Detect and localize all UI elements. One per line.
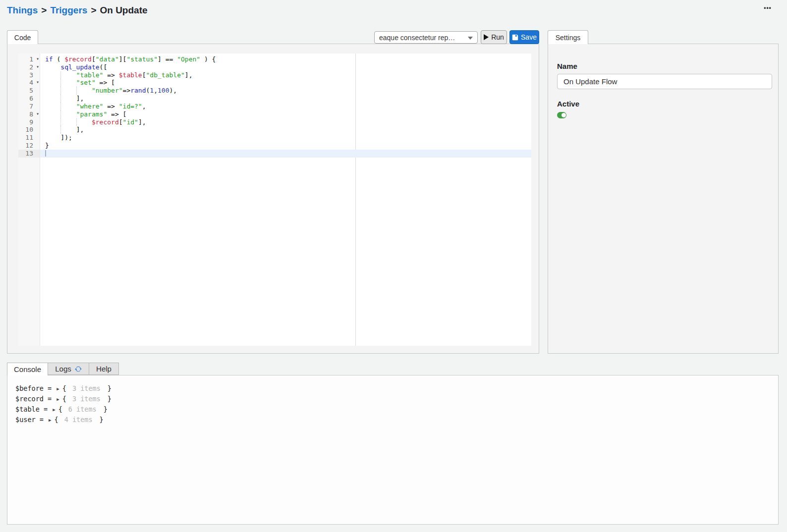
line-number: 13 <box>18 150 40 158</box>
brace-close: } <box>100 416 104 424</box>
code-line-8[interactable]: "params" => [ <box>40 110 531 118</box>
tab-help[interactable]: Help <box>89 363 119 375</box>
run-button[interactable]: Run <box>481 30 507 44</box>
play-icon <box>484 34 489 40</box>
code-line-13[interactable] <box>40 150 531 158</box>
token-kw: if <box>45 55 53 63</box>
line-number: 9 <box>18 118 40 126</box>
code-line-5[interactable]: "number"=>rand(1,100), <box>40 87 531 95</box>
token-pl: => <box>123 87 131 94</box>
token-pl: ], <box>76 95 84 102</box>
code-line-1[interactable]: if ( $record["data"]["status"] == "Open"… <box>40 55 531 63</box>
fold-arrow-icon[interactable]: ▾ <box>36 63 39 71</box>
tab-logs[interactable]: Logs <box>48 363 89 375</box>
code-line-10[interactable]: ], <box>40 126 531 134</box>
brace-close: } <box>108 395 112 403</box>
console-var-table: $table = ▶{6 items} <box>15 404 778 415</box>
toggle-knob <box>562 113 566 117</box>
expand-triangle-icon[interactable]: ▶ <box>48 415 54 426</box>
token-str: "id=?" <box>119 103 142 110</box>
expand-triangle-icon[interactable]: ▶ <box>56 384 62 394</box>
breadcrumb-things-link[interactable]: Things <box>7 5 38 15</box>
tab-settings[interactable]: Settings <box>548 30 588 44</box>
gutter-line-10: 10 <box>18 126 40 134</box>
token-var: $record <box>64 55 92 63</box>
tab-console[interactable]: Console <box>7 363 48 375</box>
token-pl: ], <box>138 118 146 126</box>
token-pl: [ <box>92 55 96 63</box>
gutter-line-9: 9 <box>18 118 40 126</box>
indent-guide <box>45 110 60 118</box>
expand-triangle-icon[interactable]: ▶ <box>56 394 62 405</box>
token-str: "Open" <box>177 55 200 63</box>
equals-sign: = <box>48 384 52 392</box>
gutter-line-1: 1▾ <box>18 55 40 63</box>
code-editor[interactable]: 1▾2▾34▾5678▾910111213 if ( $record["data… <box>18 53 531 346</box>
token-str: "params" <box>76 110 108 118</box>
token-pl: => [ <box>107 110 126 118</box>
tab-logs-label: Logs <box>55 365 71 373</box>
flow-select[interactable]: eaque consectetur rep… <box>374 31 478 44</box>
save-button[interactable]: Save <box>509 30 539 44</box>
name-input[interactable]: On Update Flow <box>557 74 772 89</box>
gutter-line-8: 8▾ <box>18 110 40 118</box>
indent-guide <box>45 103 60 110</box>
breadcrumb-separator: > <box>38 5 50 15</box>
fold-arrow-icon[interactable]: ▾ <box>36 110 39 118</box>
token-fn: rand <box>130 87 146 94</box>
expand-triangle-icon[interactable]: ▶ <box>52 405 58 415</box>
fold-arrow-icon[interactable]: ▾ <box>36 55 39 63</box>
breadcrumb-triggers-link[interactable]: Triggers <box>50 5 87 15</box>
token-pl: ]); <box>60 134 72 141</box>
token-fn: sql_update <box>60 63 99 71</box>
token-pl: [ <box>119 118 123 126</box>
item-count: 3 items <box>66 384 108 392</box>
token-str: "id" <box>123 118 138 126</box>
refresh-icon <box>75 366 82 372</box>
active-toggle[interactable] <box>557 112 566 118</box>
line-number: 5 <box>18 87 40 95</box>
line-number: 6 <box>18 95 40 103</box>
var-name: $user <box>15 416 36 424</box>
code-line-11[interactable]: ]); <box>40 134 531 142</box>
code-line-7[interactable]: "where" => "id=?", <box>40 103 531 110</box>
code-line-3[interactable]: "table" => $table["db_table"], <box>40 71 531 79</box>
indent-guide <box>45 95 60 103</box>
tab-code-label: Code <box>14 34 31 42</box>
item-count: 3 items <box>66 395 108 403</box>
var-name: $before <box>15 384 44 392</box>
token-pl: ][ <box>119 55 127 63</box>
code-line-6[interactable]: ], <box>40 95 531 103</box>
name-label: Name <box>557 62 769 70</box>
tab-console-label: Console <box>14 365 41 373</box>
tab-settings-label: Settings <box>556 34 581 42</box>
token-str: "status" <box>126 55 158 63</box>
token-pl: ] == <box>158 55 177 63</box>
token-pl: ], <box>185 71 193 79</box>
token-str: "db_table" <box>146 71 185 79</box>
code-line-12[interactable]: } <box>40 142 531 150</box>
editor-content[interactable]: if ( $record["data"]["status"] == "Open"… <box>40 53 531 346</box>
tab-code[interactable]: Code <box>7 30 38 44</box>
token-str: "table" <box>76 71 104 79</box>
brace-open: { <box>62 384 66 392</box>
token-str: "data" <box>96 55 119 63</box>
token-pl: ), <box>169 87 177 94</box>
indent-guide <box>45 71 60 79</box>
indent-guide <box>76 118 92 126</box>
chevron-down-icon <box>468 37 473 40</box>
code-line-2[interactable]: sql_update([ <box>40 63 531 71</box>
equals-sign: = <box>44 405 48 413</box>
token-pl: => <box>103 71 118 79</box>
indent-guide <box>76 87 92 95</box>
code-line-9[interactable]: $record["id"], <box>40 118 531 126</box>
code-line-4[interactable]: "set" => [ <box>40 79 531 87</box>
indent-guide <box>60 103 76 110</box>
indent-guide <box>60 110 76 118</box>
ellipsis-icon: ••• <box>764 4 772 11</box>
more-options-button[interactable]: ••• <box>760 4 776 13</box>
indent-guide <box>45 134 60 142</box>
indent-guide <box>45 87 60 95</box>
gutter-line-5: 5 <box>18 87 40 95</box>
fold-arrow-icon[interactable]: ▾ <box>36 78 39 86</box>
